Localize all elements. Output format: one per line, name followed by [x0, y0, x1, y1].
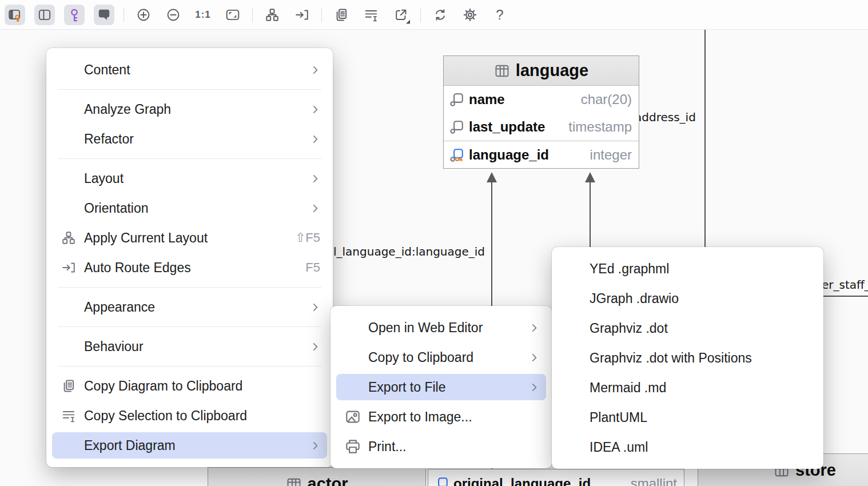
menu-item-icon-placeholder	[60, 298, 77, 316]
menu-item-icon-placeholder	[566, 290, 583, 307]
zoom-in-button[interactable]	[133, 5, 154, 25]
refresh-button[interactable]	[430, 5, 451, 25]
menu-item-export-to-file[interactable]: Export to File	[331, 372, 552, 402]
table-key-icon	[7, 7, 22, 22]
menu-shortcut: F5	[305, 260, 320, 275]
help-button[interactable]: ?	[489, 5, 510, 25]
fit-content-button[interactable]	[222, 5, 243, 25]
show-key-columns-button[interactable]	[64, 5, 85, 25]
table-node-film[interactable]: original_language_id smallint	[428, 469, 684, 486]
menu-item-print[interactable]: Print...	[331, 432, 552, 461]
menu-item-icon-placeholder	[566, 409, 583, 426]
menu-item-label: YEd .graphml	[590, 261, 811, 277]
primary-key-icon	[449, 148, 464, 162]
table-header-actor[interactable]: actor	[208, 468, 425, 486]
menu-item-icon-placeholder	[60, 437, 77, 454]
menu-item-icon-placeholder	[344, 349, 361, 366]
table-details-view-button[interactable]	[5, 5, 25, 25]
menu-separator	[58, 287, 321, 288]
table-column-row[interactable]: original_language_id smallint	[428, 469, 684, 486]
export-diagram-submenu: Open in Web EditorCopy to ClipboardExpor…	[331, 306, 552, 468]
table-node-language[interactable]: language namechar(20)last_updatetimestam…	[443, 55, 639, 169]
menu-item-icon-placeholder	[60, 130, 77, 148]
menu-item-auto-route-edges[interactable]: Auto Route EdgesF5	[46, 253, 333, 282]
table-title: language	[516, 61, 588, 80]
menu-item-open-in-web-editor[interactable]: Open in Web Editor	[331, 313, 552, 342]
menu-item-icon-placeholder	[566, 439, 583, 456]
toolbar-separator	[321, 7, 322, 22]
menu-item-refactor[interactable]: Refactor	[46, 124, 333, 154]
menu-item-icon-placeholder	[566, 379, 583, 396]
menu-item-yed-graphml[interactable]: YEd .graphml	[552, 254, 823, 284]
diagram-toolbar: 1:1?	[0, 0, 868, 30]
column-type: smallint	[631, 476, 677, 486]
menu-item-copy-selection-to-clipboard[interactable]: Copy Selection to Clipboard	[46, 401, 333, 431]
menu-item-behaviour[interactable]: Behaviour	[46, 332, 333, 361]
table-column-row-name[interactable]: namechar(20)	[444, 86, 639, 113]
menu-item-export-to-image[interactable]: Export to Image...	[331, 402, 552, 432]
menu-item-icon-placeholder	[60, 170, 77, 187]
chevron-right-icon	[310, 65, 320, 75]
copy-diagram-button[interactable]	[331, 5, 352, 25]
menu-item-label: Mermaid .md	[590, 380, 811, 396]
menu-item-label: IDEA .uml	[590, 440, 811, 455]
menu-item-label: Open in Web Editor	[368, 320, 516, 336]
edge-arrowhead	[585, 172, 595, 182]
table-icon	[494, 63, 510, 79]
chevron-right-icon	[310, 302, 320, 312]
columns-icon	[37, 7, 52, 22]
settings-button[interactable]	[460, 5, 480, 25]
column-name: original_language_id	[453, 476, 591, 486]
menu-item-plantuml[interactable]: PlantUML	[552, 403, 823, 432]
menu-item-copy-to-clipboard[interactable]: Copy to Clipboard	[331, 342, 552, 372]
menu-item-appearance[interactable]: Appearance	[46, 292, 333, 322]
menu-item-analyze-graph[interactable]: Analyze Graph	[46, 94, 333, 124]
columns-view-button[interactable]	[34, 5, 55, 25]
menu-item-content[interactable]: Content	[46, 55, 333, 85]
edge-label-staff: er_staff_	[822, 278, 868, 292]
menu-item-orientation[interactable]: Orientation	[46, 193, 333, 223]
zoom-out-icon	[166, 7, 181, 22]
actual-size-button[interactable]: 1:1	[193, 5, 213, 25]
export-diagram-button[interactable]	[391, 5, 411, 25]
auto-route-edges-button[interactable]	[292, 5, 312, 25]
zoom-out-button[interactable]	[163, 5, 184, 25]
column-name: name	[469, 91, 505, 107]
menu-item-copy-diagram-to-clipboard[interactable]: Copy Diagram to Clipboard	[46, 371, 333, 401]
table-header-language[interactable]: language	[444, 56, 639, 86]
menu-item-label: JGraph .drawio	[590, 291, 811, 306]
chevron-right-icon	[529, 383, 539, 392]
edge-arrowhead	[487, 172, 497, 182]
menu-item-icon-placeholder	[60, 61, 77, 78]
menu-item-icon-placeholder	[566, 260, 583, 277]
copy-selection-button[interactable]	[361, 5, 381, 25]
table-column-row-language-id[interactable]: language_idinteger	[444, 141, 639, 168]
table-column-row-last-update[interactable]: last_updatetimestamp	[444, 113, 639, 141]
menu-item-label: Graphviz .dot	[590, 321, 811, 336]
menu-item-mermaid-md[interactable]: Mermaid .md	[552, 373, 823, 403]
hierarchy-icon	[60, 229, 77, 246]
diagram-editor-window: 1:1? address_id l_language_id:language_i…	[0, 0, 868, 486]
route-icon	[60, 259, 77, 276]
menu-item-apply-current-layout[interactable]: Apply Current Layout⇧F5	[46, 223, 333, 253]
column-type: timestamp	[568, 119, 632, 135]
show-comments-button[interactable]	[94, 5, 114, 25]
table-node-actor[interactable]: actor	[208, 467, 426, 486]
menu-separator	[58, 158, 321, 159]
zoom-in-icon	[136, 7, 151, 22]
menu-item-graphviz-dot-with-positions[interactable]: Graphviz .dot with Positions	[552, 343, 823, 373]
foreign-key-icon	[434, 476, 449, 486]
menu-item-jgraph-drawio[interactable]: JGraph .drawio	[552, 284, 823, 313]
export-icon	[393, 7, 408, 22]
copy-icon	[334, 7, 349, 22]
menu-item-graphviz-dot[interactable]: Graphviz .dot	[552, 313, 823, 343]
refresh-icon	[433, 7, 448, 22]
apply-current-layout-button[interactable]	[262, 5, 282, 25]
menu-item-idea-uml[interactable]: IDEA .uml	[552, 432, 823, 462]
menu-item-label: Graphviz .dot with Positions	[590, 350, 811, 366]
menu-item-label: Refactor	[84, 132, 297, 147]
menu-item-layout[interactable]: Layout	[46, 164, 333, 193]
menu-item-label: Content	[84, 62, 297, 78]
menu-item-icon-placeholder	[566, 349, 583, 367]
menu-item-export-diagram[interactable]: Export Diagram	[46, 431, 333, 460]
